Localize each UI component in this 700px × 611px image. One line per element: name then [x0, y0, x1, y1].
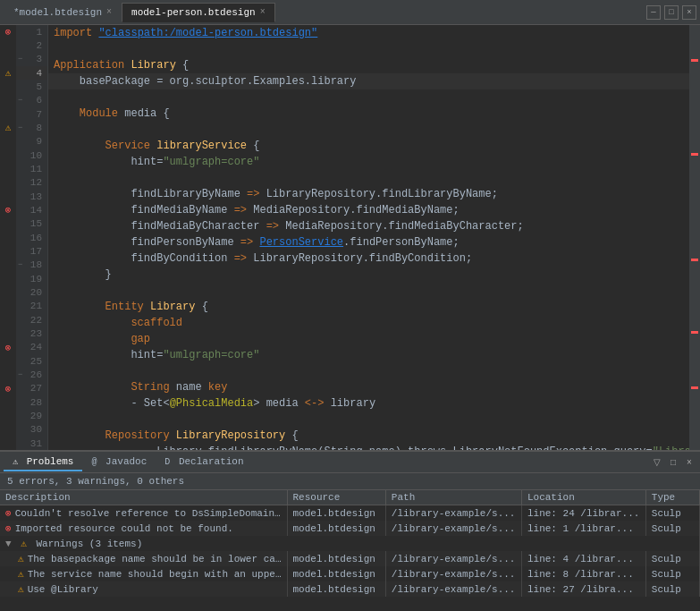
token: findPersonByName — [54, 234, 240, 250]
token: => — [266, 218, 279, 234]
token: { — [176, 57, 189, 73]
token: => — [234, 202, 247, 218]
fold-icon[interactable]: − — [18, 123, 22, 132]
panel-restore-button[interactable]: □ — [666, 455, 680, 470]
code-line-8: Service libraryService { — [48, 138, 689, 154]
line-number-15: 15 — [16, 217, 47, 231]
table-row[interactable]: ⊗Imported resource could not be found. m… — [0, 521, 700, 536]
margin-row: ⊗ — [0, 382, 16, 395]
margin-row — [0, 94, 16, 107]
panel-minimize-button[interactable]: ▽ — [650, 455, 664, 470]
error-icon: ⊗ — [5, 523, 12, 534]
problems-table: Description Resource Path Location Type … — [0, 490, 700, 597]
margin-row: ⊗ — [0, 341, 16, 354]
description-cell: ⚠The basepackage name should be in lower… — [0, 551, 287, 566]
token: name — [170, 379, 208, 395]
token: import — [54, 25, 92, 41]
fold-icon[interactable]: − — [18, 96, 22, 105]
scroll-marker-2 — [691, 259, 698, 261]
type-cell: Sculp — [645, 521, 699, 536]
table-row[interactable]: ⚠The service name should begin with an u… — [0, 566, 700, 581]
tab-model-person-btdesign[interactable]: model-person.btdesign × — [122, 3, 275, 22]
problems-icon: ⚠ — [13, 457, 18, 467]
error-marker-icon: ⊗ — [5, 342, 12, 353]
col-type[interactable]: Type — [645, 490, 699, 505]
token — [253, 234, 259, 250]
panel-tab-problems[interactable]: ⚠ Problems — [4, 454, 82, 471]
fold-icon[interactable]: − — [18, 260, 22, 269]
code-line-9: hint="umlgraph=core" — [48, 154, 689, 170]
token: Service — [105, 138, 150, 154]
table-row[interactable]: ⚠The basepackage name should be in lower… — [0, 551, 700, 566]
panel-summary: 5 errors, 3 warnings, 0 others — [0, 473, 700, 490]
code-line-5 — [48, 89, 689, 106]
token: LibraryRepository — [176, 428, 285, 444]
code-line-25 — [48, 412, 689, 428]
token: MediaRepository.findMediaByCharacter; — [279, 218, 524, 234]
code-line-17 — [48, 283, 689, 299]
code-line-23: String name key — [48, 379, 689, 395]
minimize-button[interactable]: — — [646, 5, 661, 20]
tab-model-btdesign-label: *model.btdesign — [13, 7, 102, 18]
line-number-11: 11 — [16, 162, 47, 175]
tab-bar: *model.btdesign × model-person.btdesign … — [0, 0, 700, 25]
code-line-10 — [48, 170, 689, 186]
javadoc-icon: @ — [91, 457, 97, 467]
maximize-button[interactable]: □ — [664, 5, 679, 20]
token: library — [324, 395, 375, 412]
bottom-panel: ⚠ Problems @ Javadoc D Declaration ▽ □ ×… — [0, 450, 700, 611]
right-scrollbar[interactable] — [689, 25, 700, 450]
close-button[interactable]: × — [682, 5, 696, 20]
margin-row — [0, 244, 16, 258]
table-row[interactable]: ⊗Couldn't resolve reference to DsSimpleD… — [0, 505, 700, 522]
margin-row — [0, 259, 16, 272]
token — [54, 428, 105, 444]
margin-row — [0, 217, 16, 231]
table-row[interactable]: ⚠Use @Library model.btdesign /library-ex… — [0, 581, 700, 597]
error-icon: ⊗ — [5, 508, 12, 519]
tab-model-btdesign[interactable]: *model.btdesign × — [4, 3, 122, 22]
token: Application — [54, 57, 124, 73]
code-line-16: } — [48, 267, 689, 283]
margin-row — [0, 437, 16, 450]
code-content[interactable]: import "classpath:/model-person.btdesign… — [48, 25, 689, 450]
line-number-30: 30 — [16, 423, 47, 437]
margin-row — [0, 107, 16, 121]
code-line-20: gap — [48, 331, 689, 347]
token: { — [195, 299, 207, 315]
fold-icon[interactable]: − — [18, 55, 22, 64]
description-cell: ⊗Couldn't resolve reference to DsSimpleD… — [0, 505, 287, 522]
resource-cell: model.btdesign — [287, 521, 385, 536]
tab-model-person-btdesign-close[interactable]: × — [260, 7, 266, 17]
resource-cell: model.btdesign — [287, 505, 385, 522]
line-number-13: 13 — [16, 190, 47, 203]
tab-model-person-btdesign-label: model-person.btdesign — [131, 7, 256, 18]
code-line-21: hint="umlgraph=core" — [48, 347, 689, 363]
token: LibraryRepository.findByCondition; — [247, 250, 472, 267]
panel-tab-javadoc[interactable]: @ Javadoc — [82, 454, 156, 471]
line-number-9: 9 — [16, 135, 47, 149]
col-resource[interactable]: Resource — [287, 490, 385, 505]
col-path[interactable]: Path — [385, 490, 521, 505]
col-location[interactable]: Location — [521, 490, 645, 505]
token: => — [247, 186, 259, 202]
margin-row — [0, 300, 16, 313]
token: > media — [253, 395, 305, 412]
line-number-28: 28 — [16, 395, 47, 409]
margin-row — [0, 80, 16, 93]
token: Entity — [105, 299, 144, 315]
table-row[interactable]: ▼ ⚠ Warnings (3 items) — [0, 536, 700, 551]
fold-icon[interactable]: − — [18, 370, 22, 379]
line-number-4: 4 — [16, 66, 47, 80]
col-description[interactable]: Description — [0, 490, 287, 505]
margin-row — [0, 395, 16, 409]
error-marker-icon: ⊗ — [5, 26, 12, 38]
line-number-16: 16 — [16, 231, 47, 244]
line-number-21: 21 — [16, 300, 47, 313]
panel-content[interactable]: Description Resource Path Location Type … — [0, 490, 700, 611]
panel-close-button[interactable]: × — [682, 455, 696, 470]
panel-tab-declaration[interactable]: D Declaration — [156, 454, 252, 471]
code-line-11: findLibraryByName => LibraryRepository.f… — [48, 186, 689, 202]
line-number-23: 23 — [16, 327, 47, 340]
tab-model-btdesign-close[interactable]: × — [106, 7, 112, 17]
